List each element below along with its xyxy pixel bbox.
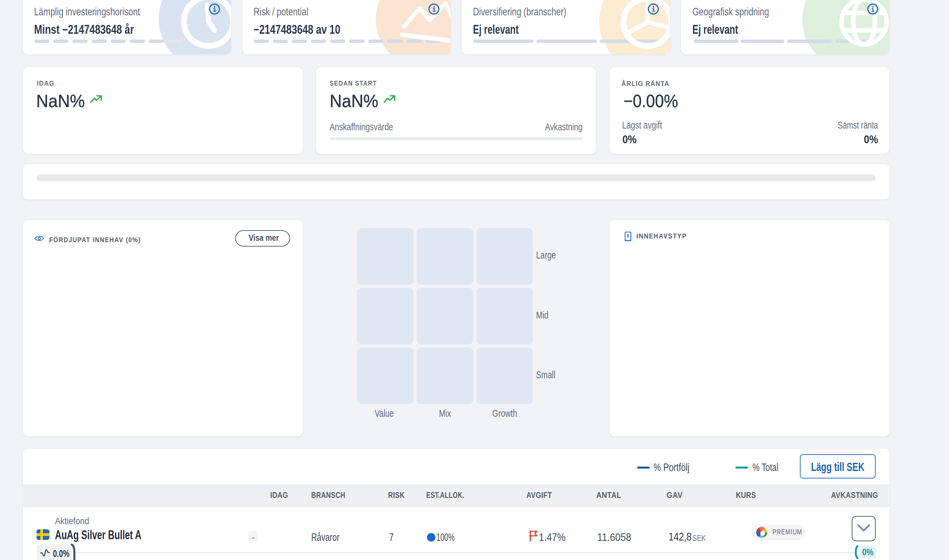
svg-text:$: $ bbox=[627, 234, 629, 238]
